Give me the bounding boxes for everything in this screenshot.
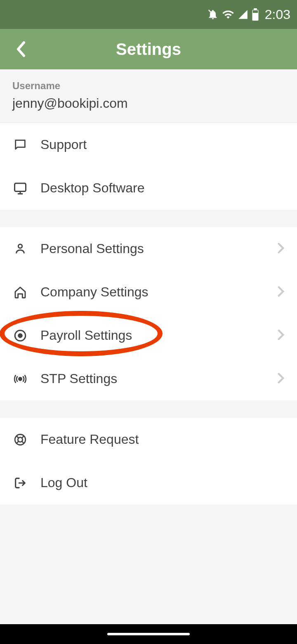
- stp-settings-item[interactable]: STP Settings: [0, 357, 297, 400]
- support-label: Support: [40, 137, 285, 152]
- payroll-settings-item[interactable]: Payroll Settings: [0, 314, 297, 357]
- wifi-icon: [222, 8, 234, 21]
- back-button[interactable]: [12, 41, 29, 57]
- lifebuoy-icon: [12, 431, 29, 448]
- svg-rect-1: [254, 8, 257, 10]
- header: Settings: [0, 29, 297, 69]
- status-icons: 2:03: [207, 7, 290, 22]
- notification-off-icon: [207, 9, 219, 20]
- chat-icon: [12, 136, 29, 154]
- home-icon: [12, 284, 29, 301]
- section-gap: [0, 210, 297, 227]
- svg-point-6: [18, 244, 22, 248]
- chevron-right-icon: [277, 329, 285, 342]
- svg-line-15: [16, 441, 19, 443]
- svg-line-13: [22, 441, 24, 443]
- feature-request-label: Feature Request: [40, 432, 285, 447]
- user-icon: [12, 240, 29, 258]
- status-time: 2:03: [265, 7, 290, 22]
- desktop-software-label: Desktop Software: [40, 180, 285, 196]
- chevron-right-icon: [277, 242, 285, 256]
- nav-handle[interactable]: [107, 633, 190, 635]
- username-label: Username: [12, 80, 285, 92]
- broadcast-icon: [12, 370, 29, 388]
- svg-rect-3: [15, 183, 26, 192]
- support-item[interactable]: Support: [0, 123, 297, 166]
- user-section: Username jenny@bookipi.com: [0, 69, 297, 123]
- company-settings-label: Company Settings: [40, 284, 277, 300]
- stp-settings-label: STP Settings: [40, 371, 277, 386]
- svg-line-12: [16, 436, 19, 438]
- logout-item[interactable]: Log Out: [0, 461, 297, 504]
- settings-group-2: Personal Settings Company Settings Payro…: [0, 227, 297, 400]
- payroll-settings-label: Payroll Settings: [40, 328, 277, 343]
- target-icon: [12, 327, 29, 344]
- logout-label: Log Out: [40, 475, 285, 490]
- system-nav-bar: [0, 624, 297, 644]
- page-title: Settings: [0, 40, 297, 59]
- status-bar: 2:03: [0, 0, 297, 29]
- svg-rect-2: [252, 10, 258, 13]
- monitor-icon: [12, 180, 29, 197]
- chevron-right-icon: [277, 286, 285, 299]
- svg-point-8: [19, 334, 22, 337]
- svg-line-14: [22, 436, 24, 438]
- personal-settings-item[interactable]: Personal Settings: [0, 227, 297, 270]
- personal-settings-label: Personal Settings: [40, 241, 277, 256]
- feature-request-item[interactable]: Feature Request: [0, 418, 297, 461]
- desktop-software-item[interactable]: Desktop Software: [0, 166, 297, 210]
- svg-point-9: [19, 377, 21, 380]
- company-settings-item[interactable]: Company Settings: [0, 270, 297, 314]
- logout-icon: [12, 474, 29, 492]
- chevron-right-icon: [277, 372, 285, 386]
- settings-group-3: Feature Request Log Out: [0, 418, 297, 504]
- signal-icon: [238, 9, 248, 20]
- section-gap: [0, 400, 297, 418]
- username-value: jenny@bookipi.com: [12, 96, 285, 111]
- battery-icon: [252, 8, 259, 21]
- settings-group-1: Support Desktop Software: [0, 123, 297, 210]
